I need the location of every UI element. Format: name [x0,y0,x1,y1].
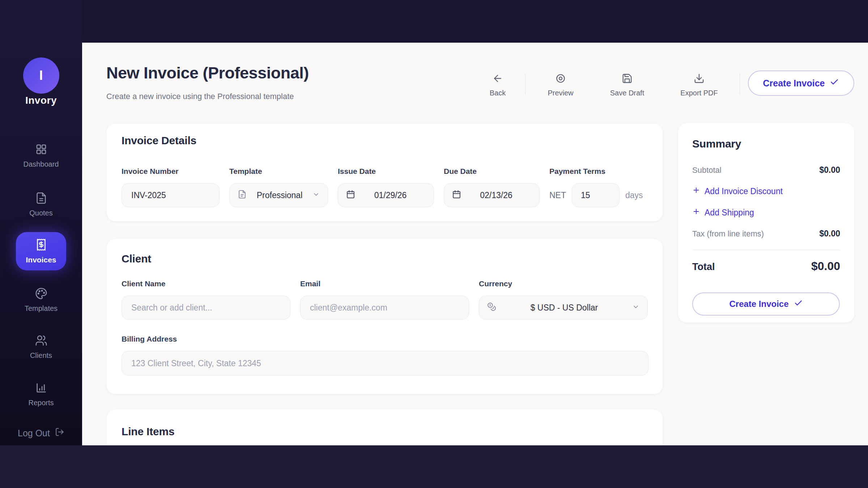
email-label: Email [300,279,469,288]
app-logo: I [23,57,59,94]
create-invoice-button-top[interactable]: Create Invoice [748,70,854,96]
client-heading: Client [122,253,648,265]
sidebar-item-templates[interactable]: Templates [0,287,82,313]
total-value: $0.00 [811,260,840,273]
subtotal-label: Subtotal [692,166,722,175]
sidebar: I Invory Dashboard Quotes [0,0,82,445]
currency-label: Currency [479,279,648,288]
calendar-icon [452,190,461,201]
client-name-input[interactable] [122,296,290,320]
currency-select[interactable]: $ USD - US Dollar [479,296,648,320]
payment-terms-label: Payment Terms [549,167,643,176]
billing-address-input[interactable] [122,351,648,376]
preview-label: Preview [548,89,573,97]
payment-terms-field: Payment Terms NET days [549,167,643,207]
plus-icon [692,207,700,218]
create-invoice-button-summary[interactable]: Create Invoice [692,292,840,316]
coins-icon [487,302,496,313]
bar-chart-icon [35,382,47,395]
line-items-card: Line Items [107,410,663,445]
sidebar-item-quotes[interactable]: Quotes [0,192,82,217]
currency-value: $ USD - US Dollar [496,303,632,313]
sidebar-item-invoices[interactable]: Invoices [16,232,66,270]
billing-address-label: Billing Address [122,335,648,343]
summary-divider [692,250,840,250]
line-items-heading: Line Items [122,425,648,438]
download-icon [694,73,705,85]
total-row: Total $0.00 [692,260,840,273]
receipt-icon [35,238,48,253]
main-content: New Invoice (Professional) Create a new … [82,43,868,445]
app-root: I Invory Dashboard Quotes [0,0,868,488]
save-icon [622,73,633,85]
sidebar-item-label: Invoices [26,256,56,264]
sidebar-item-label: Clients [30,351,52,360]
header-divider [740,74,740,95]
sidebar-item-label: Reports [28,399,54,407]
back-label: Back [490,89,506,97]
template-select[interactable]: Professional [229,183,328,207]
tax-value: $0.00 [819,229,840,239]
chevron-down-icon [312,191,320,200]
total-label: Total [692,261,715,273]
page-subtitle: Create a new invoice using the Professio… [106,92,294,101]
users-icon [35,334,47,348]
palette-icon [35,287,47,301]
issue-date-field: Issue Date 01/29/26 [338,167,434,207]
save-draft-button[interactable]: Save Draft [595,73,660,97]
due-date-label: Due Date [444,167,540,176]
tax-label: Tax (from line items) [692,229,764,239]
sidebar-item-label: Quotes [29,209,52,217]
summary-card: Summary Subtotal $0.00 Add Invoice Disco… [678,123,854,322]
sidebar-item-dashboard[interactable]: Dashboard [0,143,82,168]
app-name: Invory [0,95,82,106]
logout-label: Log Out [18,428,50,438]
template-field: Template Professional [229,167,328,207]
due-date-field: Due Date 02/13/26 [444,167,540,207]
logout-button[interactable]: Log Out [0,427,82,439]
calendar-icon [346,190,355,201]
email-input[interactable] [300,296,469,320]
issue-date-label: Issue Date [338,167,434,176]
summary-heading: Summary [692,138,840,150]
create-invoice-label: Create Invoice [763,78,825,89]
file-icon [238,190,247,201]
plus-icon [692,186,700,196]
add-invoice-discount-link[interactable]: Add Invoice Discount [692,186,840,196]
logo-letter: I [39,68,43,83]
check-icon [794,299,803,310]
sidebar-item-reports[interactable]: Reports [0,382,82,407]
bottom-band [0,445,868,488]
sidebar-item-label: Templates [25,304,58,313]
due-date-input[interactable]: 02/13/26 [444,183,540,207]
page-title: New Invoice (Professional) [106,64,309,82]
payment-terms-suffix: days [625,191,643,200]
sidebar-item-clients[interactable]: Clients [0,334,82,360]
back-button[interactable]: Back [480,73,516,97]
file-text-icon [35,192,47,206]
client-name-label: Client Name [122,279,290,288]
eye-icon [555,73,566,85]
sidebar-item-label: Dashboard [24,160,59,168]
subtotal-value: $0.00 [819,165,840,175]
issue-date-input[interactable]: 01/29/26 [338,183,434,207]
client-fields: Client Name Email Currency [122,279,648,320]
add-shipping-link[interactable]: Add Shipping [692,207,840,218]
chevron-down-icon [632,303,639,313]
payment-terms-input[interactable] [572,183,620,207]
template-value: Professional [247,191,312,200]
invoice-details-fields: Invoice Number Template Professional [122,167,648,207]
invoice-number-input[interactable] [122,183,220,207]
dashboard-icon [35,143,47,157]
add-shipping-label: Add Shipping [705,208,754,218]
export-pdf-label: Export PDF [680,89,718,97]
currency-field: Currency $ USD - US Dollar [479,279,648,320]
export-pdf-button[interactable]: Export PDF [665,73,733,97]
tax-row: Tax (from line items) $0.00 [692,229,840,239]
invoice-details-card: Invoice Details Invoice Number Template [107,124,663,221]
log-out-icon [55,427,64,439]
payment-terms-prefix: NET [549,191,566,200]
preview-button[interactable]: Preview [533,73,588,97]
email-field: Email [300,279,469,320]
subtotal-row: Subtotal $0.00 [692,165,840,175]
